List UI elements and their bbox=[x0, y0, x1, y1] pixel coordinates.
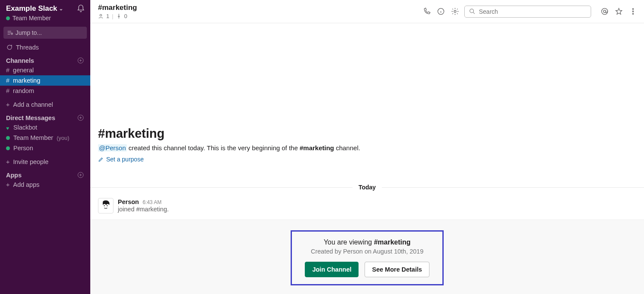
join-channel-box: You are viewing #marketing Created by Pe… bbox=[291, 230, 443, 285]
dm-self[interactable]: Team Member (you) bbox=[0, 133, 90, 143]
viewing-prefix: You are viewing bbox=[324, 238, 374, 246]
more-icon[interactable] bbox=[629, 7, 637, 15]
main-panel: #marketing 1 | 0 #marketing bbox=[90, 0, 644, 294]
svg-point-0 bbox=[11, 33, 13, 35]
add-dm-icon[interactable] bbox=[77, 114, 84, 121]
star-icon[interactable] bbox=[615, 7, 623, 15]
dm-label: Slackbot bbox=[13, 124, 37, 131]
member-count: 1 bbox=[106, 13, 109, 19]
channels-header[interactable]: Channels bbox=[6, 57, 34, 64]
apps-header[interactable]: Apps bbox=[6, 172, 21, 179]
hash-icon: # bbox=[6, 67, 9, 74]
message-author[interactable]: Person bbox=[118, 198, 139, 205]
creator-mention[interactable]: @Person bbox=[98, 144, 127, 152]
info-icon[interactable] bbox=[437, 7, 445, 15]
intro-description: @Person created this channel today. This… bbox=[98, 144, 636, 152]
message-row: Person 6:43 AM joined #marketing. bbox=[90, 196, 644, 215]
phone-icon[interactable] bbox=[423, 7, 431, 15]
channel-header: #marketing 1 | 0 bbox=[90, 0, 644, 23]
dms-header[interactable]: Direct Messages bbox=[6, 115, 55, 121]
heart-icon: ♥ bbox=[6, 126, 10, 130]
sidebar: Example Slack ⌄ Team Member Jump to... T… bbox=[0, 0, 90, 294]
intro-text-end: channel. bbox=[334, 144, 360, 152]
invite-label: Invite people bbox=[13, 158, 48, 165]
svg-point-13 bbox=[104, 205, 105, 206]
bell-icon[interactable] bbox=[77, 4, 85, 13]
channel-title[interactable]: #marketing bbox=[98, 3, 137, 12]
search-icon bbox=[469, 8, 475, 15]
presence-indicator bbox=[6, 136, 10, 140]
svg-point-6 bbox=[454, 10, 456, 12]
add-channel-link[interactable]: +Add a channel bbox=[0, 99, 90, 110]
hash-icon: # bbox=[6, 77, 9, 84]
chevron-down-icon: ⌄ bbox=[59, 6, 63, 12]
set-purpose-link[interactable]: Set a purpose bbox=[98, 156, 636, 163]
mentions-icon[interactable] bbox=[601, 7, 609, 15]
viewing-channel: #marketing bbox=[374, 238, 411, 246]
current-user[interactable]: Team Member bbox=[0, 15, 90, 25]
add-apps-label: Add apps bbox=[13, 181, 39, 188]
dm-person[interactable]: Person bbox=[0, 143, 90, 153]
date-divider: Today bbox=[90, 183, 644, 191]
gear-icon[interactable] bbox=[451, 7, 459, 15]
hash-icon: # bbox=[6, 87, 9, 94]
search-input[interactable] bbox=[479, 8, 586, 15]
jump-icon bbox=[7, 30, 13, 36]
add-app-icon[interactable] bbox=[77, 171, 84, 179]
pin-count: 0 bbox=[124, 13, 127, 19]
avatar[interactable] bbox=[98, 198, 113, 214]
created-line: Created by Person on August 10th, 2019 bbox=[305, 248, 429, 255]
svg-point-7 bbox=[470, 9, 474, 13]
date-label: Today bbox=[353, 184, 382, 191]
svg-point-12 bbox=[632, 13, 634, 15]
pencil-icon bbox=[98, 157, 104, 162]
channel-label: random bbox=[13, 87, 34, 94]
sidebar-channel-random[interactable]: #random bbox=[0, 86, 90, 96]
you-label: (you) bbox=[57, 135, 70, 141]
channel-label: marketing bbox=[13, 77, 40, 84]
add-channel-label: Add a channel bbox=[13, 101, 53, 108]
viewing-line: You are viewing #marketing bbox=[305, 238, 429, 246]
presence-indicator bbox=[6, 146, 10, 150]
sidebar-channel-marketing[interactable]: #marketing bbox=[0, 75, 90, 86]
jump-to[interactable]: Jump to... bbox=[3, 27, 87, 39]
invite-people-link[interactable]: +Invite people bbox=[0, 157, 90, 167]
svg-point-14 bbox=[107, 205, 107, 206]
svg-point-11 bbox=[632, 11, 634, 12]
message-text: joined #marketing. bbox=[118, 206, 169, 213]
plus-icon: + bbox=[6, 158, 9, 165]
intro-title: #marketing bbox=[98, 127, 636, 141]
channel-footer: You are viewing #marketing Created by Pe… bbox=[90, 220, 644, 294]
join-channel-button[interactable]: Join Channel bbox=[305, 262, 359, 277]
meta-divider: | bbox=[112, 13, 113, 19]
intro-channel: #marketing bbox=[300, 144, 334, 152]
intro-text: created this channel today. This is the … bbox=[127, 144, 300, 152]
channel-intro: #marketing @Person created this channel … bbox=[90, 23, 644, 170]
threads-icon bbox=[6, 44, 12, 51]
purpose-label: Set a purpose bbox=[106, 156, 144, 163]
plus-icon: + bbox=[6, 101, 9, 108]
sidebar-channel-general[interactable]: #general bbox=[0, 65, 90, 75]
current-user-name: Team Member bbox=[12, 15, 51, 22]
svg-point-9 bbox=[604, 10, 606, 13]
svg-point-10 bbox=[632, 9, 634, 10]
threads-label: Threads bbox=[16, 44, 39, 51]
workspace-switcher[interactable]: Example Slack ⌄ bbox=[6, 4, 63, 13]
search-box[interactable] bbox=[464, 6, 591, 18]
see-details-button[interactable]: See More Details bbox=[365, 262, 429, 277]
add-channel-icon[interactable] bbox=[77, 57, 84, 64]
svg-point-8 bbox=[601, 8, 607, 14]
dm-label: Person bbox=[13, 145, 33, 152]
presence-indicator bbox=[6, 16, 10, 20]
message-time: 6:43 AM bbox=[143, 199, 162, 205]
svg-point-4 bbox=[100, 14, 101, 16]
channel-label: general bbox=[13, 67, 34, 74]
sidebar-threads[interactable]: Threads bbox=[0, 42, 90, 53]
members-icon[interactable] bbox=[98, 13, 104, 19]
workspace-name: Example Slack bbox=[6, 4, 57, 13]
pin-icon[interactable] bbox=[116, 13, 122, 19]
dm-label: Team Member bbox=[13, 134, 53, 141]
add-apps-link[interactable]: +Add apps bbox=[0, 179, 90, 190]
dm-slackbot[interactable]: ♥Slackbot bbox=[0, 122, 90, 133]
jump-label: Jump to... bbox=[15, 29, 42, 36]
